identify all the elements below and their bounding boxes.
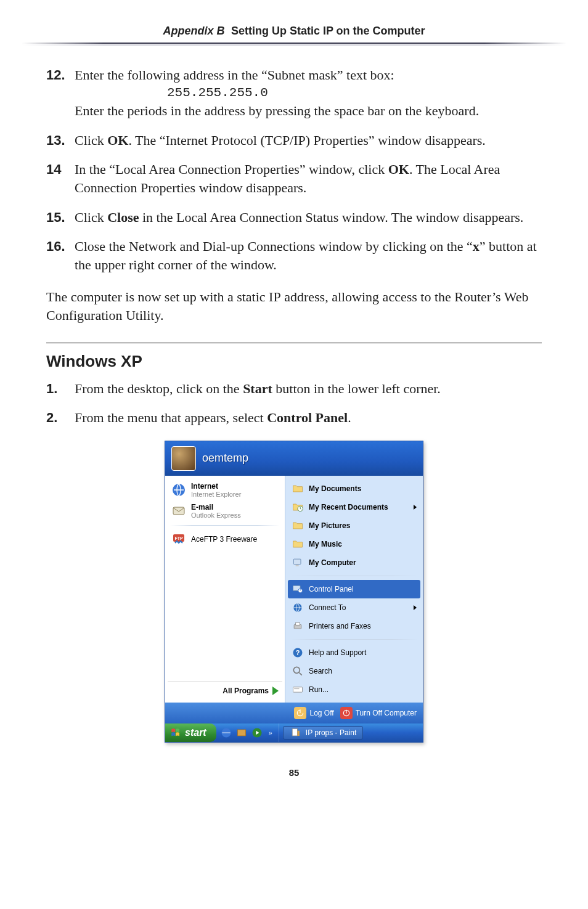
item-label: My Recent Documents xyxy=(309,503,388,512)
computer-icon xyxy=(292,556,304,569)
media-player-icon[interactable] xyxy=(251,727,263,739)
my-pictures[interactable]: My Pictures xyxy=(288,516,420,535)
svg-rect-1 xyxy=(173,507,184,515)
network-icon xyxy=(292,601,304,614)
svg-point-14 xyxy=(293,667,300,673)
control-panel[interactable]: Control Panel xyxy=(288,580,420,598)
ie-icon[interactable] xyxy=(220,727,232,739)
svg-rect-22 xyxy=(297,731,299,736)
separator xyxy=(290,576,418,576)
item-label: Help and Support xyxy=(309,648,366,657)
step-13: 13. Click OK. The “Internet Protocol (TC… xyxy=(46,131,542,150)
my-computer[interactable]: My Computer xyxy=(288,553,420,572)
svg-rect-15 xyxy=(293,687,303,692)
step-body: From the desktop, click on the Start but… xyxy=(75,380,542,398)
start-menu-left: Internet Internet Explorer E-mail Outloo… xyxy=(165,476,285,703)
start-label: start xyxy=(185,727,206,738)
my-documents[interactable]: My Documents xyxy=(288,479,420,498)
step-body: Close the Network and Dial-up Connection… xyxy=(75,237,542,274)
header-rule xyxy=(46,43,542,49)
start-menu-header: oemtemp xyxy=(165,441,423,476)
svg-text:?: ? xyxy=(296,649,300,656)
appendix-label: Appendix B xyxy=(163,25,224,37)
svg-text:FTP: FTP xyxy=(174,536,183,540)
step-body: Click OK. The “Internet Protocol (TCP/IP… xyxy=(75,131,542,150)
quick-launch-overflow[interactable]: » xyxy=(266,729,275,736)
connect-to[interactable]: Connect To xyxy=(288,598,420,617)
step-number: 2. xyxy=(46,409,75,427)
folder-icon xyxy=(292,520,304,532)
step-body: Click Close in the Local Area Connection… xyxy=(75,208,542,227)
item-sub: Outlook Express xyxy=(191,512,241,519)
svg-rect-5 xyxy=(293,559,301,564)
item-label: Connect To xyxy=(309,603,346,612)
svg-rect-19 xyxy=(237,730,245,736)
turn-off-button[interactable]: Turn Off Computer xyxy=(340,707,417,719)
start-menu: oemtemp Internet Internet Explorer xyxy=(165,441,423,743)
page-number: 85 xyxy=(46,767,542,778)
help-icon: ? xyxy=(292,646,304,659)
run-icon xyxy=(292,683,304,696)
windows-flag-icon xyxy=(170,727,181,738)
pinned-internet[interactable]: Internet Internet Explorer xyxy=(168,479,282,500)
item-label: All Programs xyxy=(223,687,269,695)
step-text: Enter the following address in the “Subn… xyxy=(75,67,394,83)
step-number: 14 xyxy=(46,160,75,197)
step-number: 1. xyxy=(46,380,75,398)
item-sub: Internet Explorer xyxy=(191,491,241,498)
running-head: Appendix B Setting Up Static IP on the C… xyxy=(46,25,542,38)
code-block: 255.255.255.0 xyxy=(167,84,542,102)
item-label: My Music xyxy=(309,540,342,548)
step-b1: 1. From the desktop, click on the Start … xyxy=(46,380,542,398)
step-b2: 2. From the menu that appears, select Co… xyxy=(46,409,542,427)
taskbar: start » IP props - Paint xyxy=(165,724,423,742)
section-heading: Windows XP xyxy=(46,352,542,371)
step-number: 16. xyxy=(46,237,75,274)
step-number: 13. xyxy=(46,131,75,150)
logoff-icon xyxy=(294,707,306,719)
item-label: AceFTP 3 Freeware xyxy=(191,535,257,544)
run[interactable]: Run... xyxy=(288,680,420,699)
item-label: Turn Off Computer xyxy=(356,709,417,717)
all-programs[interactable]: All Programs xyxy=(168,681,282,700)
my-recent-documents[interactable]: My Recent Documents xyxy=(288,498,420,516)
printers-and-faxes[interactable]: Printers and Faxes xyxy=(288,617,420,635)
username-label: oemtemp xyxy=(202,452,248,465)
folder-icon xyxy=(292,483,304,495)
step-15: 15. Click Close in the Local Area Connec… xyxy=(46,208,542,227)
log-off-button[interactable]: Log Off xyxy=(294,707,333,719)
power-icon xyxy=(340,707,353,719)
step-12: 12. Enter the following address in the “… xyxy=(46,66,542,120)
show-desktop-icon[interactable] xyxy=(235,727,248,739)
step-16: 16. Close the Network and Dial-up Connec… xyxy=(46,237,542,274)
step-body: From the menu that appears, select Contr… xyxy=(75,409,542,427)
help-and-support[interactable]: ? Help and Support xyxy=(288,643,420,662)
triangle-icon xyxy=(272,687,279,695)
step-number: 12. xyxy=(46,66,75,120)
item-label: Control Panel xyxy=(309,585,354,593)
control-panel-icon xyxy=(292,583,304,595)
search[interactable]: Search xyxy=(288,662,420,680)
taskbar-task[interactable]: IP props - Paint xyxy=(283,726,364,740)
separator xyxy=(290,639,418,640)
steps-list-b: 1. From the desktop, click on the Start … xyxy=(46,380,542,427)
svg-rect-6 xyxy=(296,565,299,566)
user-avatar[interactable] xyxy=(171,446,196,471)
step-14: 14 In the “Local Area Connection Propert… xyxy=(46,160,542,197)
mru-aceftp[interactable]: FTP AceFTP 3 Freeware xyxy=(168,529,282,549)
step-body: In the “Local Area Connection Properties… xyxy=(75,160,542,197)
my-music[interactable]: My Music xyxy=(288,535,420,553)
submenu-arrow-icon xyxy=(414,605,417,610)
section-rule xyxy=(46,343,542,343)
pinned-email[interactable]: E-mail Outlook Express xyxy=(168,500,282,521)
item-label: Printers and Faxes xyxy=(309,622,371,630)
quick-launch: » xyxy=(216,724,279,742)
screenshot: oemtemp Internet Internet Explorer xyxy=(46,441,542,743)
ftp-icon: FTP xyxy=(171,532,186,547)
folder-icon xyxy=(292,538,304,550)
start-button[interactable]: start xyxy=(165,724,216,742)
item-label: Search xyxy=(309,667,332,675)
step-number: 15. xyxy=(46,208,75,227)
step-text: Enter the periods in the address by pres… xyxy=(75,103,479,118)
start-menu-footer: Log Off Turn Off Computer xyxy=(165,703,423,724)
